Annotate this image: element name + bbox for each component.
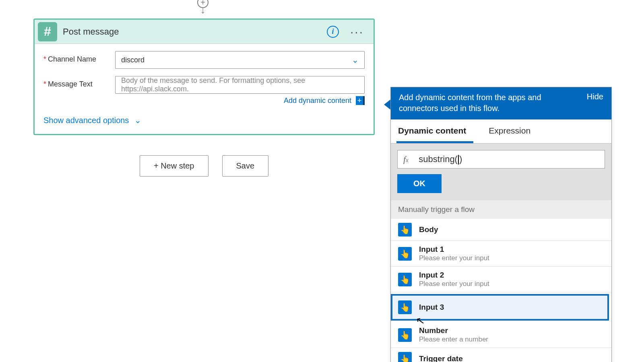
item-title: Input 2 [419,271,489,280]
dyn-item-input-2[interactable]: 👆 Input 2 Please enter your input [391,267,611,292]
slack-hash-icon: # [38,22,57,41]
field-message-text: *Message Text Body of the message to sen… [43,76,365,94]
required-asterisk: * [43,80,46,88]
save-button[interactable]: Save [222,155,269,177]
card-body: *Channel Name discord ⌄ *Message Text Bo… [35,44,374,134]
text-caret [458,155,459,165]
channel-select[interactable]: discord ⌄ [115,51,365,69]
field-label: *Channel Name [43,51,115,64]
item-subtitle: Please enter your input [419,254,489,262]
item-title: Body [419,225,438,234]
panel-tabs: Dynamic content Expression [391,119,611,144]
touch-icon: 👆 [398,247,412,261]
dyn-item-body[interactable]: 👆 Body [391,219,611,241]
ok-button[interactable]: OK [397,174,442,193]
required-asterisk: * [43,55,46,63]
channel-select-value: discord [121,56,144,64]
touch-icon: 👆 [398,328,412,342]
touch-icon: 👆 [398,300,412,314]
message-placeholder: Body of the message to send. For formatt… [121,76,359,93]
field-label: *Message Text [43,76,115,88]
plus-icon[interactable]: + [356,96,365,105]
show-advanced-options[interactable]: Show advanced options ⌄ [43,115,365,125]
arrow-down-icon: ↓ [200,7,206,13]
item-title: Trigger date [419,354,463,362]
tab-expression[interactable]: Expression [487,119,538,143]
card-header[interactable]: # Post message i ··· [35,20,374,44]
chevron-down-icon: ⌄ [352,55,359,65]
flow-step-card: # Post message i ··· *Channel Name disco… [33,19,375,135]
section-manually-trigger: Manually trigger a flow [391,200,611,219]
expression-area: fx substring() OK [391,144,611,200]
step-connector: + ↓ [194,0,212,19]
expression-text: substring() [419,154,462,165]
item-title: Number [419,326,488,335]
touch-icon: 👆 [398,273,412,286]
item-subtitle: Please enter a number [419,335,488,343]
dyn-item-number[interactable]: 👆 Number Please enter a number [391,322,611,348]
fx-icon: fx [403,154,408,165]
chevron-down-icon: ⌄ [134,115,141,125]
card-actions: + New step Save [33,155,375,177]
touch-icon: 👆 [398,223,412,237]
tab-dynamic-content[interactable]: Dynamic content [396,119,473,143]
card-title: Post message [63,27,327,37]
dynamic-content-panel: Add dynamic content from the apps and co… [390,87,612,362]
hide-link[interactable]: Hide [587,92,603,101]
panel-header-text: Add dynamic content from the apps and co… [399,92,587,114]
expression-input[interactable]: fx substring() [397,150,605,169]
item-subtitle: Please enter your input [419,280,489,288]
item-title: Input 1 [419,245,489,254]
add-dynamic-content-row: Add dynamic content + [43,96,365,105]
more-options-icon[interactable]: ··· [348,29,366,34]
dyn-item-trigger-date[interactable]: 👆 Trigger date [391,348,611,362]
touch-icon: 👆 [398,352,412,362]
add-dynamic-content-link[interactable]: Add dynamic content [284,97,351,105]
message-input[interactable]: Body of the message to send. For formatt… [115,76,365,94]
field-channel-name: *Channel Name discord ⌄ [43,51,365,69]
panel-header: Add dynamic content from the apps and co… [391,87,611,119]
info-icon[interactable]: i [327,26,339,38]
dyn-item-input-3[interactable]: 👆 Input 3 [391,294,609,321]
item-title: Input 3 [419,303,444,312]
dyn-item-input-1[interactable]: 👆 Input 1 Please enter your input [391,241,611,267]
new-step-button[interactable]: + New step [140,155,208,177]
